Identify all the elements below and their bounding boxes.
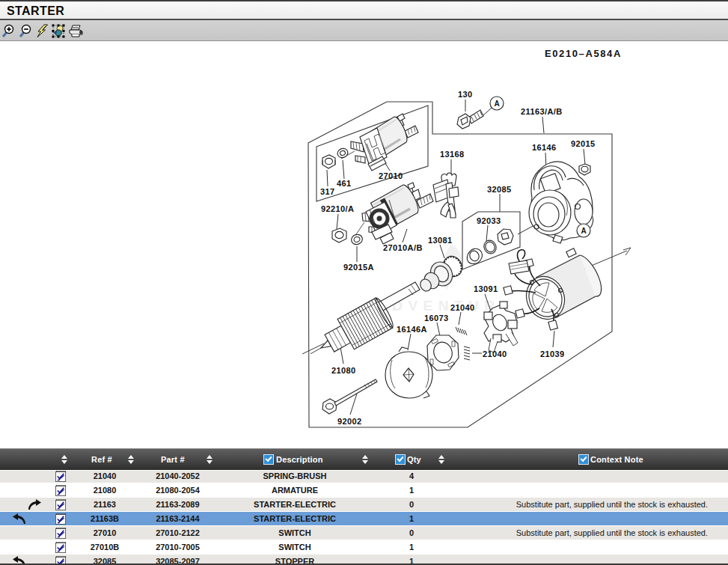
svg-text:92210/A: 92210/A	[321, 204, 354, 213]
svg-text:92033: 92033	[477, 216, 501, 225]
svg-text:E0210–A584A: E0210–A584A	[545, 48, 622, 59]
svg-text:21163/A/B: 21163/A/B	[521, 107, 563, 116]
svg-text:13168: 13168	[440, 150, 465, 159]
svg-text:317: 317	[320, 187, 335, 196]
svg-text:32085: 32085	[487, 185, 512, 194]
svg-text:92015: 92015	[571, 139, 596, 148]
svg-text:461: 461	[337, 179, 352, 188]
svg-text:21040: 21040	[450, 303, 475, 312]
svg-text:A: A	[581, 227, 586, 235]
svg-text:21040: 21040	[483, 349, 507, 358]
svg-text:27010A/B: 27010A/B	[383, 243, 423, 252]
svg-text:21080: 21080	[331, 366, 356, 375]
svg-text:A: A	[494, 100, 499, 108]
svg-text:92015A: 92015A	[343, 263, 374, 272]
svg-text:130: 130	[458, 90, 473, 99]
svg-text:92002: 92002	[337, 417, 362, 426]
svg-text:16146: 16146	[532, 143, 557, 152]
svg-text:16073: 16073	[424, 314, 449, 323]
svg-text:21039: 21039	[540, 349, 565, 358]
svg-text:13091: 13091	[474, 284, 498, 293]
svg-text:16146A: 16146A	[397, 325, 427, 334]
svg-text:13081: 13081	[428, 236, 453, 245]
svg-text:27010: 27010	[379, 171, 403, 180]
